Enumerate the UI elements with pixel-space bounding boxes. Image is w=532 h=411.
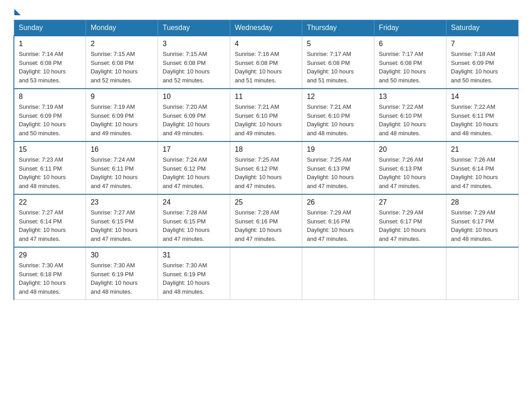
logo-triangle-icon — [14, 9, 21, 15]
day-number: 29 — [19, 251, 81, 259]
day-number: 25 — [235, 198, 297, 206]
day-info: Sunrise: 7:24 AMSunset: 6:12 PMDaylight:… — [163, 155, 225, 190]
day-number: 9 — [90, 93, 153, 101]
day-info: Sunrise: 7:26 AMSunset: 6:13 PMDaylight:… — [379, 155, 442, 190]
day-cell: 25Sunrise: 7:28 AMSunset: 6:16 PMDayligh… — [230, 194, 302, 247]
week-row-1: 1Sunrise: 7:14 AMSunset: 6:08 PMDaylight… — [14, 36, 519, 89]
calendar-header: SundayMondayTuesdayWednesdayThursdayFrid… — [14, 20, 519, 36]
day-cell: 16Sunrise: 7:24 AMSunset: 6:11 PMDayligh… — [86, 141, 158, 194]
day-cell: 10Sunrise: 7:20 AMSunset: 6:09 PMDayligh… — [158, 89, 230, 141]
day-info: Sunrise: 7:19 AMSunset: 6:09 PMDaylight:… — [90, 103, 153, 137]
day-number: 31 — [163, 251, 225, 259]
day-info: Sunrise: 7:27 AMSunset: 6:14 PMDaylight:… — [19, 208, 81, 243]
day-number: 30 — [90, 251, 153, 259]
day-cell: 19Sunrise: 7:25 AMSunset: 6:13 PMDayligh… — [302, 141, 374, 194]
header-cell-thursday: Thursday — [302, 20, 374, 36]
day-cell — [446, 247, 519, 300]
day-info: Sunrise: 7:26 AMSunset: 6:14 PMDaylight:… — [451, 155, 514, 190]
day-info: Sunrise: 7:22 AMSunset: 6:10 PMDaylight:… — [379, 103, 442, 137]
day-info: Sunrise: 7:29 AMSunset: 6:17 PMDaylight:… — [379, 208, 442, 243]
week-row-5: 29Sunrise: 7:30 AMSunset: 6:18 PMDayligh… — [14, 247, 519, 300]
day-number: 16 — [90, 146, 153, 154]
day-info: Sunrise: 7:30 AMSunset: 6:19 PMDaylight:… — [90, 261, 153, 296]
day-number: 24 — [163, 198, 225, 206]
day-number: 3 — [163, 40, 225, 48]
day-info: Sunrise: 7:17 AMSunset: 6:08 PMDaylight:… — [379, 50, 442, 85]
day-cell: 1Sunrise: 7:14 AMSunset: 6:08 PMDaylight… — [14, 36, 86, 89]
day-cell: 7Sunrise: 7:18 AMSunset: 6:09 PMDaylight… — [446, 36, 519, 89]
day-cell: 31Sunrise: 7:30 AMSunset: 6:19 PMDayligh… — [158, 247, 230, 300]
week-row-2: 8Sunrise: 7:19 AMSunset: 6:09 PMDaylight… — [14, 89, 519, 141]
day-cell: 2Sunrise: 7:15 AMSunset: 6:08 PMDaylight… — [86, 36, 158, 89]
header-cell-friday: Friday — [374, 20, 446, 36]
day-cell — [230, 247, 302, 300]
header-cell-saturday: Saturday — [446, 20, 519, 36]
day-info: Sunrise: 7:15 AMSunset: 6:08 PMDaylight:… — [90, 50, 153, 85]
day-number: 7 — [451, 40, 514, 48]
day-cell: 15Sunrise: 7:23 AMSunset: 6:11 PMDayligh… — [14, 141, 86, 194]
day-cell: 30Sunrise: 7:30 AMSunset: 6:19 PMDayligh… — [86, 247, 158, 300]
day-number: 10 — [163, 93, 225, 101]
day-info: Sunrise: 7:16 AMSunset: 6:08 PMDaylight:… — [235, 50, 297, 85]
day-cell: 28Sunrise: 7:29 AMSunset: 6:17 PMDayligh… — [446, 194, 519, 247]
day-number: 12 — [307, 93, 369, 101]
day-number: 26 — [307, 198, 369, 206]
day-number: 20 — [379, 146, 442, 154]
day-cell: 3Sunrise: 7:15 AMSunset: 6:08 PMDaylight… — [158, 36, 230, 89]
day-cell — [374, 247, 446, 300]
day-cell: 4Sunrise: 7:16 AMSunset: 6:08 PMDaylight… — [230, 36, 302, 89]
day-number: 18 — [235, 146, 297, 154]
day-cell: 21Sunrise: 7:26 AMSunset: 6:14 PMDayligh… — [446, 141, 519, 194]
day-info: Sunrise: 7:15 AMSunset: 6:08 PMDaylight:… — [163, 50, 225, 85]
calendar-body: 1Sunrise: 7:14 AMSunset: 6:08 PMDaylight… — [14, 36, 519, 300]
calendar-table: SundayMondayTuesdayWednesdayThursdayFrid… — [13, 20, 519, 300]
day-number: 2 — [90, 40, 153, 48]
day-number: 8 — [19, 93, 81, 101]
day-info: Sunrise: 7:22 AMSunset: 6:11 PMDaylight:… — [451, 103, 514, 137]
day-cell: 27Sunrise: 7:29 AMSunset: 6:17 PMDayligh… — [374, 194, 446, 247]
day-info: Sunrise: 7:14 AMSunset: 6:08 PMDaylight:… — [19, 50, 81, 85]
day-number: 27 — [379, 198, 442, 206]
day-cell: 29Sunrise: 7:30 AMSunset: 6:18 PMDayligh… — [14, 247, 86, 300]
day-cell: 18Sunrise: 7:25 AMSunset: 6:12 PMDayligh… — [230, 141, 302, 194]
day-number: 11 — [235, 93, 297, 101]
day-info: Sunrise: 7:28 AMSunset: 6:15 PMDaylight:… — [163, 208, 225, 243]
day-cell: 20Sunrise: 7:26 AMSunset: 6:13 PMDayligh… — [374, 141, 446, 194]
day-info: Sunrise: 7:27 AMSunset: 6:15 PMDaylight:… — [90, 208, 153, 243]
day-info: Sunrise: 7:21 AMSunset: 6:10 PMDaylight:… — [235, 103, 297, 137]
day-info: Sunrise: 7:30 AMSunset: 6:19 PMDaylight:… — [163, 261, 225, 296]
day-cell: 6Sunrise: 7:17 AMSunset: 6:08 PMDaylight… — [374, 36, 446, 89]
day-cell — [302, 247, 374, 300]
logo — [13, 9, 21, 12]
day-info: Sunrise: 7:19 AMSunset: 6:09 PMDaylight:… — [19, 103, 81, 137]
header-cell-wednesday: Wednesday — [230, 20, 302, 36]
day-number: 5 — [307, 40, 369, 48]
day-number: 14 — [451, 93, 514, 101]
page-header — [13, 9, 519, 12]
day-number: 17 — [163, 146, 225, 154]
day-info: Sunrise: 7:30 AMSunset: 6:18 PMDaylight:… — [19, 261, 81, 296]
day-info: Sunrise: 7:25 AMSunset: 6:12 PMDaylight:… — [235, 155, 297, 190]
day-info: Sunrise: 7:28 AMSunset: 6:16 PMDaylight:… — [235, 208, 297, 243]
header-cell-sunday: Sunday — [14, 20, 86, 36]
day-number: 21 — [451, 146, 514, 154]
day-cell: 9Sunrise: 7:19 AMSunset: 6:09 PMDaylight… — [86, 89, 158, 141]
day-number: 23 — [90, 198, 153, 206]
day-cell: 12Sunrise: 7:21 AMSunset: 6:10 PMDayligh… — [302, 89, 374, 141]
day-cell: 26Sunrise: 7:29 AMSunset: 6:16 PMDayligh… — [302, 194, 374, 247]
day-cell: 13Sunrise: 7:22 AMSunset: 6:10 PMDayligh… — [374, 89, 446, 141]
header-cell-tuesday: Tuesday — [158, 20, 230, 36]
day-cell: 5Sunrise: 7:17 AMSunset: 6:08 PMDaylight… — [302, 36, 374, 89]
day-number: 19 — [307, 146, 369, 154]
day-info: Sunrise: 7:25 AMSunset: 6:13 PMDaylight:… — [307, 155, 369, 190]
day-number: 1 — [19, 40, 81, 48]
day-number: 4 — [235, 40, 297, 48]
day-number: 22 — [19, 198, 81, 206]
day-cell: 14Sunrise: 7:22 AMSunset: 6:11 PMDayligh… — [446, 89, 519, 141]
header-cell-monday: Monday — [86, 20, 158, 36]
day-info: Sunrise: 7:21 AMSunset: 6:10 PMDaylight:… — [307, 103, 369, 137]
day-cell: 11Sunrise: 7:21 AMSunset: 6:10 PMDayligh… — [230, 89, 302, 141]
day-cell: 8Sunrise: 7:19 AMSunset: 6:09 PMDaylight… — [14, 89, 86, 141]
day-number: 15 — [19, 146, 81, 154]
day-info: Sunrise: 7:20 AMSunset: 6:09 PMDaylight:… — [163, 103, 225, 137]
